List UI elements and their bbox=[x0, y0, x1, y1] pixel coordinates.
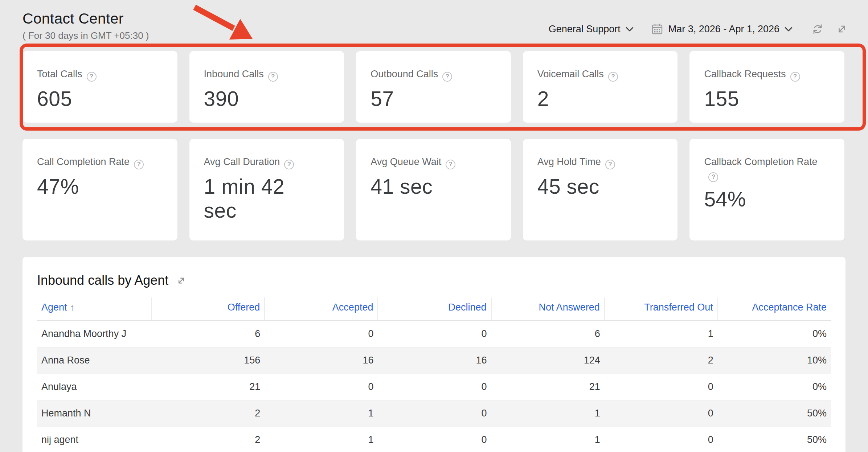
value-cell: 0 bbox=[378, 321, 491, 347]
value-cell: 0 bbox=[605, 400, 718, 427]
metric-label: Avg Hold Time? bbox=[537, 156, 657, 169]
dashboard-main: Total Calls? 605 Inbound Calls? 390 Outb… bbox=[0, 51, 868, 452]
metric-label: Avg Call Duration? bbox=[204, 156, 324, 169]
metric-value: 605 bbox=[37, 87, 140, 111]
metric-value: 54% bbox=[704, 187, 807, 211]
metric-label: Callback Requests? bbox=[704, 68, 824, 82]
help-circle-icon[interactable]: ? bbox=[446, 160, 455, 169]
table-row-anulaya: Anulaya21002100% bbox=[37, 374, 831, 400]
value-cell: 16 bbox=[265, 347, 378, 374]
value-cell: 1 bbox=[491, 427, 605, 452]
metric-label: Voicemail Calls? bbox=[537, 68, 657, 82]
chevron-down-icon bbox=[785, 26, 793, 32]
value-cell: 21 bbox=[151, 374, 265, 400]
agent-name-cell: Anna Rose bbox=[37, 347, 151, 374]
metric-label-text: Avg Call Duration bbox=[204, 156, 280, 167]
chevron-down-icon bbox=[626, 26, 634, 32]
value-cell: 2 bbox=[605, 347, 718, 374]
date-range-value: Mar 3, 2026 - Apr 1, 2026 bbox=[668, 24, 779, 35]
help-circle-icon[interactable]: ? bbox=[605, 160, 615, 169]
column-header-declined[interactable]: Declined bbox=[378, 297, 491, 321]
metric-label-text: Avg Hold Time bbox=[537, 156, 601, 167]
metric-label: Total Calls? bbox=[37, 68, 157, 82]
help-circle-icon[interactable]: ? bbox=[708, 172, 718, 182]
metric-label-text: Inbound Calls bbox=[204, 69, 264, 79]
value-cell: 16 bbox=[378, 347, 491, 374]
value-cell: 10% bbox=[718, 347, 831, 374]
metric-card-call-completion-rate: Call Completion Rate? 47% bbox=[22, 139, 177, 241]
refresh-button[interactable] bbox=[810, 21, 825, 37]
metric-value: 1 min 42 sec bbox=[204, 174, 307, 223]
metric-label-text: Avg Queue Wait bbox=[370, 156, 441, 167]
value-cell: 1 bbox=[491, 400, 605, 427]
value-cell: 6 bbox=[151, 321, 265, 347]
value-cell: 21 bbox=[491, 374, 605, 400]
column-header-not-answered[interactable]: Not Answered bbox=[491, 297, 605, 321]
metric-card-voicemail-calls: Voicemail Calls? 2 bbox=[523, 51, 678, 123]
table-row-hemanth-n: Hemanth N2101050% bbox=[37, 400, 831, 427]
refresh-icon bbox=[811, 23, 824, 35]
column-header-accepted[interactable]: Accepted bbox=[265, 297, 378, 321]
table-row-anandha-moorthy-j: Anandha Moorthy J600610% bbox=[37, 321, 831, 347]
sort-ascending-icon: ↑ bbox=[70, 302, 75, 313]
column-header-agent[interactable]: Agent↑ bbox=[37, 297, 151, 321]
help-circle-icon[interactable]: ? bbox=[790, 72, 800, 82]
value-cell: 0 bbox=[378, 400, 491, 427]
date-range-dropdown[interactable]: Mar 3, 2026 - Apr 1, 2026 bbox=[651, 23, 793, 35]
column-header-offered[interactable]: Offered bbox=[151, 297, 265, 321]
metric-card-avg-hold-time: Avg Hold Time? 45 sec bbox=[523, 139, 678, 241]
metric-label: Outbound Calls? bbox=[370, 68, 490, 82]
value-cell: 0 bbox=[378, 374, 491, 400]
help-circle-icon[interactable]: ? bbox=[442, 72, 452, 82]
queue-selector-dropdown[interactable]: General Support bbox=[549, 24, 634, 35]
calendar-icon bbox=[651, 23, 663, 35]
metric-card-total-calls: Total Calls? 605 bbox=[22, 51, 177, 123]
value-cell: 50% bbox=[718, 400, 831, 427]
metrics-row-rates: Call Completion Rate? 47% Avg Call Durat… bbox=[22, 139, 844, 241]
agent-name-cell: Anandha Moorthy J bbox=[37, 321, 151, 347]
value-cell: 6 bbox=[491, 321, 605, 347]
metric-label-text: Call Completion Rate bbox=[37, 156, 130, 167]
table-row-nij-agent: nij agent2101050% bbox=[37, 427, 831, 452]
value-cell: 50% bbox=[718, 427, 831, 452]
help-circle-icon[interactable]: ? bbox=[268, 72, 278, 82]
header-controls: General Support Mar 3, 2026 - Apr 1, bbox=[549, 21, 849, 37]
fullscreen-button[interactable] bbox=[835, 22, 849, 36]
metric-label-text: Callback Requests bbox=[704, 69, 786, 79]
queue-selector-value: General Support bbox=[549, 24, 621, 35]
panel-expand-button[interactable] bbox=[175, 274, 188, 287]
agent-name-cell: Anulaya bbox=[37, 374, 151, 400]
metric-value: 155 bbox=[704, 87, 807, 111]
help-circle-icon[interactable]: ? bbox=[87, 72, 97, 82]
metric-value: 390 bbox=[204, 87, 307, 111]
panel-header: Inbound calls by Agent bbox=[37, 273, 831, 288]
help-circle-icon[interactable]: ? bbox=[284, 160, 294, 169]
value-cell: 124 bbox=[491, 347, 605, 374]
agent-name-cell: nij agent bbox=[37, 427, 151, 452]
metrics-row-counts: Total Calls? 605 Inbound Calls? 390 Outb… bbox=[22, 51, 844, 123]
header-title-block: Contact Center ( For 30 days in GMT +05:… bbox=[22, 10, 149, 41]
metric-card-callback-requests: Callback Requests? 155 bbox=[689, 51, 844, 123]
metric-card-outbound-calls: Outbound Calls? 57 bbox=[356, 51, 511, 123]
expand-icon bbox=[836, 23, 848, 35]
value-cell: 2 bbox=[151, 400, 265, 427]
metric-label: Avg Queue Wait? bbox=[370, 156, 490, 169]
metric-label: Call Completion Rate? bbox=[37, 156, 157, 169]
value-cell: 0 bbox=[378, 427, 491, 452]
column-header-transferred-out[interactable]: Transferred Out bbox=[605, 297, 718, 321]
value-cell: 0% bbox=[718, 321, 831, 347]
value-cell: 0 bbox=[265, 374, 378, 400]
table-row-anna-rose: Anna Rose1561616124210% bbox=[37, 347, 831, 374]
metric-label-text: Callback Completion Rate bbox=[704, 156, 817, 167]
inbound-calls-by-agent-panel: Inbound calls by Agent Agent↑OfferedAcce… bbox=[22, 257, 846, 452]
metric-card-avg-call-duration: Avg Call Duration? 1 min 42 sec bbox=[189, 139, 344, 241]
metric-label-text: Total Calls bbox=[37, 69, 82, 79]
column-header-acceptance-rate[interactable]: Acceptance Rate bbox=[718, 297, 831, 321]
help-circle-icon[interactable]: ? bbox=[608, 72, 618, 82]
metric-value: 2 bbox=[537, 87, 641, 111]
metric-card-avg-queue-wait: Avg Queue Wait? 41 sec bbox=[356, 139, 511, 241]
panel-title: Inbound calls by Agent bbox=[37, 273, 168, 288]
metric-card-callback-completion-rate: Callback Completion Rate? 54% bbox=[689, 139, 844, 241]
expand-icon bbox=[176, 276, 186, 285]
help-circle-icon[interactable]: ? bbox=[134, 160, 144, 169]
